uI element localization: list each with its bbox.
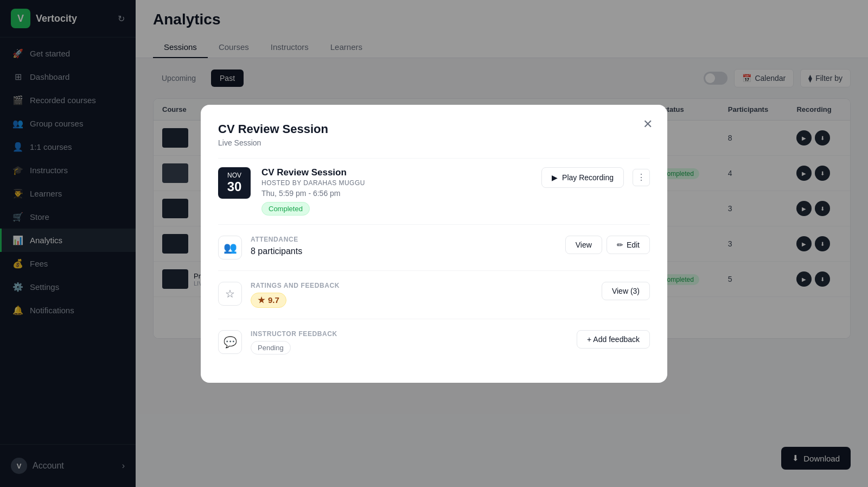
attendance-label: ATTENDANCE	[251, 236, 557, 243]
rating-score: 9.7	[268, 295, 279, 305]
star-icon: ★	[258, 295, 265, 305]
modal-close-button[interactable]: ✕	[639, 116, 656, 133]
ratings-label: RATINGS AND FEEDBACK	[251, 282, 593, 289]
instructor-feedback-section: 💬 INSTRUCTOR FEEDBACK Pending + Add feed…	[218, 319, 650, 365]
edit-icon: ✏	[617, 241, 623, 249]
attendance-value: 8 participants	[251, 246, 557, 256]
modal-session-card: NOV 30 CV Review Session HOSTED BY DARAH…	[218, 158, 650, 224]
attendance-actions: View ✏ Edit	[565, 236, 650, 254]
play-icon: ▶	[552, 173, 558, 182]
feedback-status-badge: Pending	[251, 341, 291, 355]
attendance-section: 👥 ATTENDANCE 8 participants View ✏ Edit	[218, 224, 650, 270]
session-host: HOSTED BY DARAHAS MUGGU	[261, 179, 531, 187]
ratings-actions: View (3)	[602, 282, 650, 300]
feedback-icon: 💬	[218, 330, 242, 354]
edit-label: Edit	[627, 241, 640, 249]
ratings-content: RATINGS AND FEEDBACK ★ 9.7	[251, 282, 593, 308]
modal-title: CV Review Session	[218, 122, 650, 136]
session-time: Thu, 5:59 pm - 6:56 pm	[261, 189, 531, 198]
modal: ✕ CV Review Session Live Session NOV 30 …	[201, 105, 667, 383]
modal-subtitle: Live Session	[218, 138, 650, 147]
attendance-icon: 👥	[218, 236, 242, 260]
more-options-button[interactable]: ⋮	[633, 169, 650, 186]
ratings-view-button[interactable]: View (3)	[602, 282, 650, 300]
feedback-actions: + Add feedback	[577, 330, 650, 349]
attendance-edit-button[interactable]: ✏ Edit	[607, 236, 650, 254]
ratings-icon: ☆	[218, 282, 242, 306]
feedback-content: INSTRUCTOR FEEDBACK Pending	[251, 330, 568, 355]
feedback-label: INSTRUCTOR FEEDBACK	[251, 330, 568, 338]
rating-badge: ★ 9.7	[251, 293, 286, 308]
date-month: NOV	[226, 172, 243, 179]
modal-overlay[interactable]: ✕ CV Review Session Live Session NOV 30 …	[0, 0, 868, 487]
session-name: CV Review Session	[261, 167, 531, 178]
play-recording-label: Play Recording	[562, 173, 614, 182]
ratings-section: ☆ RATINGS AND FEEDBACK ★ 9.7 View (3)	[218, 270, 650, 319]
session-info: CV Review Session HOSTED BY DARAHAS MUGG…	[261, 167, 531, 216]
play-recording-button[interactable]: ▶ Play Recording	[541, 167, 624, 188]
attendance-content: ATTENDANCE 8 participants	[251, 236, 557, 256]
date-badge: NOV 30	[218, 167, 251, 199]
session-status-badge: Completed	[261, 202, 310, 216]
attendance-view-button[interactable]: View	[565, 236, 602, 254]
date-day: 30	[226, 179, 243, 194]
add-feedback-button[interactable]: + Add feedback	[577, 330, 650, 349]
